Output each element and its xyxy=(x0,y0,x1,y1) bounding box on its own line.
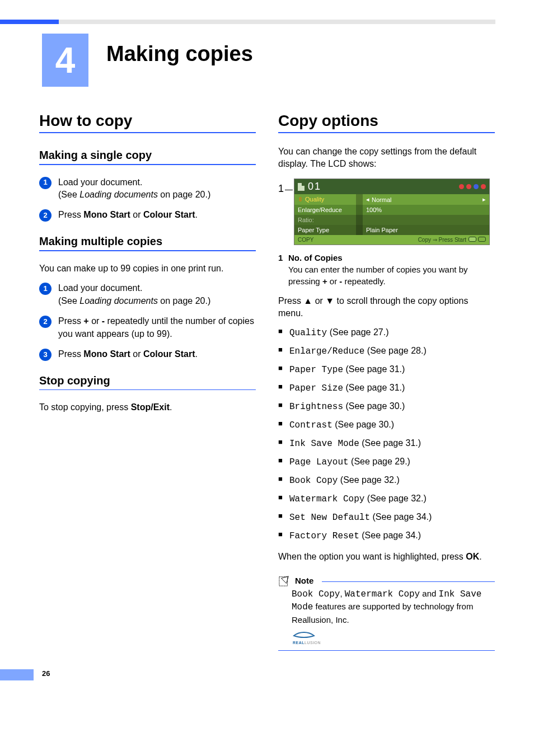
up-arrow-icon: ▲ xyxy=(303,296,312,306)
text-bold: Mono Start xyxy=(83,349,130,359)
step-number-icon: 2 xyxy=(39,209,51,222)
text: . xyxy=(195,210,197,219)
heading-single-copy: Making a single copy xyxy=(39,149,256,168)
option-page-ref: (See page 28.) xyxy=(364,346,426,355)
option-name: Page Layout xyxy=(289,457,349,467)
text: or xyxy=(312,296,325,306)
text-bold: Colour Start xyxy=(143,210,195,219)
text: . xyxy=(195,349,197,359)
list-item: Contrast (See page 30.) xyxy=(278,418,495,432)
note-title: Note xyxy=(295,576,313,585)
text-italic: Loading documents xyxy=(79,296,158,306)
text-bold: Stop/Exit xyxy=(131,402,170,412)
text-bold: OK xyxy=(466,552,479,561)
list-item: Set New Default (See page 34.) xyxy=(278,510,495,524)
left-column: How to copy Making a single copy 1 Load … xyxy=(39,112,256,651)
text-bold: + xyxy=(322,276,327,286)
text: or xyxy=(89,316,102,326)
single-step-1: 1 Load your document. (See Loading docum… xyxy=(39,176,256,201)
right-column: Copy options You can change the copy set… xyxy=(278,112,495,651)
top-accent-gray xyxy=(59,20,495,24)
text-code: Watermark Copy xyxy=(345,589,420,599)
lcd-callout-line xyxy=(285,190,293,190)
option-page-ref: (See page 29.) xyxy=(349,457,410,466)
down-arrow-icon: ▼ xyxy=(325,296,334,306)
heading-copy-options: Copy options xyxy=(278,112,495,135)
option-page-ref: (See page 30.) xyxy=(332,420,394,429)
chapter-title: Making copies xyxy=(106,42,253,66)
text: or xyxy=(130,210,143,219)
text: (See xyxy=(58,190,79,199)
option-name: Watermark Copy xyxy=(289,494,364,504)
option-page-ref: (See page 31.) xyxy=(359,438,421,448)
step-number-icon: 3 xyxy=(39,349,51,361)
note-box: Note Book Copy, Watermark Copy and Ink S… xyxy=(278,575,495,651)
ink-dot-icon xyxy=(481,184,486,189)
legend-num: 1 xyxy=(278,252,288,264)
ink-dot-icon xyxy=(474,184,479,189)
lcd-label-ratio: Ratio: xyxy=(294,215,356,225)
multi-step-3: 3 Press Mono Start or Colour Start. xyxy=(39,348,256,361)
options-list: Quality (See page 27.)Enlarge/Reduce (Se… xyxy=(278,326,495,543)
text-bold: + xyxy=(83,316,88,326)
list-item: Brightness (See page 30.) xyxy=(278,400,495,414)
lcd-hint: Copy ⇒ Press Start xyxy=(418,237,466,243)
text: (See xyxy=(58,296,79,306)
heading-multiple-copies: Making multiple copies xyxy=(39,235,256,255)
text: To stop copying, press xyxy=(39,402,131,412)
option-name: Paper Type xyxy=(289,365,343,375)
text: Press xyxy=(278,296,303,306)
step-number-icon: 1 xyxy=(39,283,51,295)
text: . xyxy=(170,402,172,412)
svg-text:REALLUSION: REALLUSION xyxy=(293,641,321,645)
lcd-copies: 01 xyxy=(308,181,321,192)
chapter-number: 4 xyxy=(55,40,76,81)
text: , xyxy=(340,589,344,598)
list-item: Page Layout (See page 29.) xyxy=(278,455,495,469)
list-item: Quality (See page 27.) xyxy=(278,326,495,340)
stop-text: To stop copying, press Stop/Exit. xyxy=(39,401,256,414)
option-name: Brightness xyxy=(289,402,343,412)
document-icon xyxy=(298,183,305,191)
list-item: Book Copy (See page 32.) xyxy=(278,473,495,487)
step-number-icon: 1 xyxy=(39,177,51,189)
single-step-2: 2 Press Mono Start or Colour Start. xyxy=(39,209,256,222)
lcd-label-quality: ⇳Quality xyxy=(294,194,356,205)
option-name: Quality xyxy=(289,328,327,338)
option-name: Ink Save Mode xyxy=(289,439,359,449)
lcd-value-quality: Normal xyxy=(372,196,391,203)
text: or xyxy=(130,349,143,359)
option-page-ref: (See page 31.) xyxy=(343,364,405,374)
lcd-value-paper: Plain Paper xyxy=(363,225,489,235)
svg-rect-0 xyxy=(279,577,288,586)
step-number-icon: 2 xyxy=(39,316,51,328)
option-page-ref: (See page 27.) xyxy=(327,327,388,337)
text-bold: Mono Start xyxy=(83,210,130,219)
list-item: Enlarge/Reduce (See page 28.) xyxy=(278,344,495,358)
lcd-screen: 01 ⇳Quality ◂Normal▸ Enlarge/Reduce 100%… xyxy=(294,179,490,245)
option-page-ref: (See page 32.) xyxy=(338,475,399,485)
text: on page 20.) xyxy=(158,296,210,306)
list-item: Paper Type (See page 31.) xyxy=(278,363,495,377)
heading-stop-copying: Stop copying xyxy=(39,374,256,394)
top-accent-blue xyxy=(0,20,59,24)
lcd-label-paper: Paper Type xyxy=(294,225,356,235)
text: and xyxy=(420,589,438,598)
lcd-value-enlarge: 100% xyxy=(363,205,489,215)
text: Press xyxy=(58,210,83,219)
option-name: Factory Reset xyxy=(289,531,359,541)
text-code: Book Copy xyxy=(292,589,340,599)
text-bold: Colour Start xyxy=(143,349,195,359)
reallusion-logo: REALLUSION xyxy=(292,630,495,646)
text: When the option you want is highlighted,… xyxy=(278,552,466,561)
list-item: Ink Save Mode (See page 31.) xyxy=(278,436,495,450)
text-italic: Loading documents xyxy=(79,190,158,199)
option-name: Set New Default xyxy=(289,513,370,523)
option-name: Book Copy xyxy=(289,476,338,486)
text: Load your document. xyxy=(58,177,142,187)
multi-intro: You can make up to 99 copies in one prin… xyxy=(39,262,256,275)
text: . xyxy=(479,552,481,561)
note-icon xyxy=(278,575,291,586)
page-number: 26 xyxy=(42,669,50,678)
option-page-ref: (See page 30.) xyxy=(343,401,405,411)
